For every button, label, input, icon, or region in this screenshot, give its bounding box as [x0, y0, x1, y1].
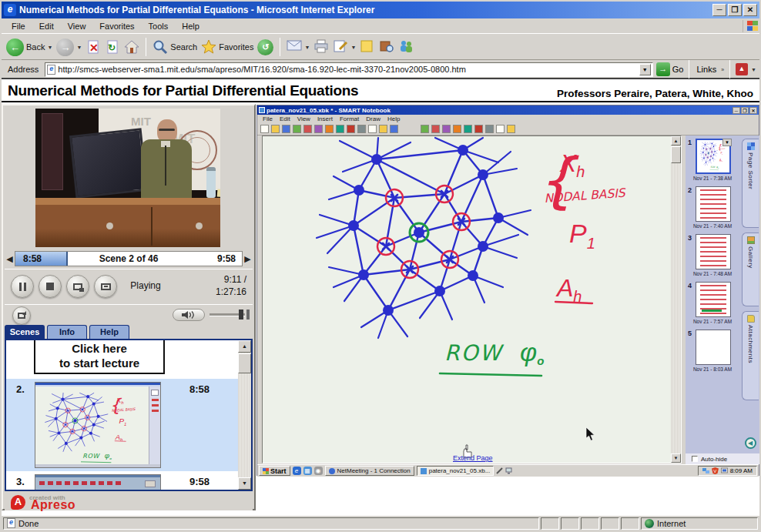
research-button[interactable]: [379, 39, 394, 55]
mute-button[interactable]: [173, 309, 205, 321]
prev-scene-button[interactable]: ◀: [5, 254, 15, 264]
menu-view[interactable]: View: [61, 20, 93, 32]
whiteboard-canvas[interactable]: { Xh NODAL BASIS P1 Ah ROW φo: [262, 136, 682, 463]
tab-page-sorter[interactable]: Page Sorter: [742, 139, 759, 228]
nb-menu-format[interactable]: Format: [337, 115, 362, 122]
scene-item-3[interactable]: 3. 9:58: [6, 471, 238, 491]
go-button[interactable]: → Go: [656, 62, 684, 76]
volume-tray-icon[interactable]: [721, 467, 728, 474]
extend-page-link[interactable]: Extend Page: [453, 454, 493, 462]
quicklaunch-desktop-icon[interactable]: ▦: [303, 467, 312, 475]
tab-help[interactable]: Help: [89, 325, 129, 339]
scene-2-thumbnail[interactable]: [35, 382, 161, 468]
stop-button[interactable]: ✕: [85, 39, 101, 55]
scroll-down-button[interactable]: ▼: [238, 477, 251, 490]
undo-icon[interactable]: [314, 125, 323, 133]
taskbar-netmeeting[interactable]: NetMeeting - 1 Connection: [325, 466, 414, 476]
menu-file[interactable]: File: [5, 20, 32, 32]
messenger-button[interactable]: [398, 39, 414, 55]
forward-button[interactable]: →▼: [56, 38, 82, 56]
redo-icon[interactable]: [325, 125, 334, 133]
insert-blank-page-icon[interactable]: [347, 125, 355, 133]
next-scene-button[interactable]: ▶: [243, 254, 253, 264]
taskbar-notebook[interactable]: patera_nov21_05.xb...: [417, 466, 494, 476]
nb-menu-edit[interactable]: Edit: [277, 115, 293, 122]
line-icon[interactable]: [464, 125, 472, 133]
nb-menu-draw[interactable]: Draw: [363, 115, 384, 122]
back-button[interactable]: ← Back▼: [6, 38, 52, 56]
wb-scroll-thumb[interactable]: [671, 146, 681, 163]
video-player-icon[interactable]: [379, 125, 387, 133]
quicklaunch-media-icon[interactable]: ◉: [314, 467, 323, 475]
stop-playback-button[interactable]: [39, 275, 62, 298]
shape-icon[interactable]: [474, 125, 483, 133]
history-button[interactable]: ↺: [257, 39, 273, 55]
start-button[interactable]: Start: [259, 466, 290, 476]
tab-gallery[interactable]: Gallery: [742, 233, 759, 306]
page-thumb-3[interactable]: 3 Nov 21 - 7:48 AM: [686, 233, 739, 280]
page-thumb-1[interactable]: 1 ▼ Nov 21 - 7:38 AM: [686, 137, 739, 185]
nb-menu-insert[interactable]: Insert: [314, 115, 336, 122]
antivirus-tray-icon[interactable]: V: [712, 467, 719, 474]
edit-button[interactable]: ▼: [333, 39, 356, 55]
transparent-view-icon[interactable]: [390, 125, 398, 133]
scene-item-1[interactable]: Click here to start lecture: [6, 340, 238, 379]
wb-scroll-down[interactable]: ▼: [671, 453, 681, 463]
close-button[interactable]: ✕: [743, 4, 757, 16]
whiteboard-scrollbar[interactable]: ▲ ▼: [671, 136, 681, 463]
highlighter-icon[interactable]: [453, 125, 461, 133]
pen-icon[interactable]: [431, 125, 440, 133]
page-2-thumbnail[interactable]: [696, 186, 731, 222]
paste-icon[interactable]: [293, 125, 301, 133]
delete-icon[interactable]: [336, 125, 344, 133]
save-icon[interactable]: [282, 125, 290, 133]
scene-item-2-selected[interactable]: 2. 8:58: [6, 379, 238, 471]
address-input[interactable]: http://smcs-webserver-sma1.mit.edu/sma/a…: [45, 62, 652, 77]
home-button[interactable]: [124, 39, 139, 55]
nb-menu-file[interactable]: File: [260, 115, 276, 122]
nb-minimize-button[interactable]: ─: [733, 107, 740, 114]
search-button[interactable]: Search: [153, 39, 197, 55]
collapse-sidebar-button[interactable]: ◀: [745, 437, 756, 449]
scene-list-scrollbar[interactable]: ▲ ▼: [238, 340, 251, 490]
auto-hide-control[interactable]: Auto-hide: [686, 453, 760, 464]
page-thumb-5[interactable]: 5 Nov 21 - 8:03 AM: [686, 328, 739, 376]
page-4-thumbnail[interactable]: [696, 282, 731, 317]
quicklaunch-ie-icon[interactable]: e: [293, 467, 301, 475]
nb-menu-view[interactable]: View: [294, 115, 313, 122]
refresh-button[interactable]: ↻: [105, 39, 120, 55]
open-icon[interactable]: [271, 125, 280, 133]
properties-icon[interactable]: [507, 125, 515, 133]
fill-color-icon[interactable]: [485, 125, 494, 133]
select-icon[interactable]: [421, 125, 429, 133]
pen-tool-tray-icon[interactable]: [496, 467, 503, 474]
nb-menu-help[interactable]: Help: [384, 115, 403, 122]
tab-info[interactable]: Info: [47, 325, 87, 339]
start-lecture-box[interactable]: Click here to start lecture: [34, 340, 165, 374]
volume-thumb[interactable]: [239, 309, 243, 320]
page-thumb-4[interactable]: 4 Nov 21 - 7:57 AM: [686, 280, 739, 328]
menu-favorites[interactable]: Favorites: [92, 20, 141, 32]
new-page-icon[interactable]: [260, 125, 269, 133]
pause-button[interactable]: [11, 275, 34, 298]
scroll-up-button[interactable]: ▲: [238, 340, 251, 353]
insert-gallery-item-icon[interactable]: [357, 125, 366, 133]
favorites-button[interactable]: Favorites: [201, 39, 253, 55]
video-frame[interactable]: MIT MIT MIT MassachusettsInstitute ofTec…: [35, 109, 220, 247]
menu-help[interactable]: Help: [175, 20, 206, 32]
page-3-thumbnail[interactable]: [696, 234, 731, 269]
auto-hide-checkbox[interactable]: [692, 456, 698, 462]
mail-button[interactable]: ▼: [287, 39, 310, 55]
scene-progress-bar[interactable]: 8:58 Scene 2 of 46 9:58: [15, 251, 243, 266]
page-menu-dropdown[interactable]: ▼: [722, 139, 732, 146]
page-5-thumbnail[interactable]: [696, 330, 731, 365]
scrollbar-thumb[interactable]: [238, 353, 251, 373]
volume-slider[interactable]: [210, 313, 245, 316]
area-capture-icon[interactable]: [368, 125, 377, 133]
nb-close-button[interactable]: ✕: [749, 107, 757, 114]
menu-tools[interactable]: Tools: [142, 20, 176, 32]
maximize-button[interactable]: ❐: [728, 4, 742, 16]
discuss-button[interactable]: [360, 39, 375, 55]
layout-button[interactable]: [66, 275, 89, 298]
nb-restore-button[interactable]: ❐: [741, 107, 749, 114]
